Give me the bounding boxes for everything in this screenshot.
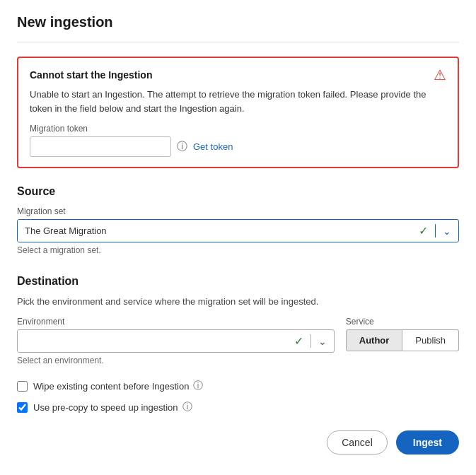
wipe-checkbox-row: Wipe existing content before Ingestion ⓘ [17, 380, 459, 392]
precopy-info-icon: ⓘ [182, 401, 192, 414]
ingest-button[interactable]: Ingest [396, 430, 459, 455]
token-label: Migration token [30, 124, 446, 134]
cancel-button[interactable]: Cancel [327, 430, 388, 455]
precopy-checkbox-row: Use pre-copy to speed up ingestion ⓘ [17, 401, 459, 414]
service-publish-button[interactable]: Publish [402, 329, 459, 351]
environment-hint: Select an environment. [17, 356, 335, 365]
environment-chevron-icon[interactable]: ⌄ [311, 336, 334, 347]
environment-col: Environment ✓ ⌄ Select an environment. [17, 317, 335, 365]
service-col: Service Author Publish [346, 317, 459, 351]
service-button-group: Author Publish [346, 329, 459, 351]
precopy-checkbox[interactable] [17, 402, 28, 413]
migration-set-label: Migration set [17, 206, 459, 216]
source-section: Source Migration set ✓ ⌄ Select a migrat… [17, 185, 459, 255]
wipe-info-icon: ⓘ [193, 380, 203, 392]
service-label: Service [346, 317, 459, 327]
wipe-label[interactable]: Wipe existing content before Ingestion ⓘ [33, 380, 203, 392]
get-token-link[interactable]: Get token [193, 141, 233, 152]
service-author-button[interactable]: Author [346, 329, 403, 351]
migration-set-check-icon: ✓ [412, 224, 436, 238]
error-header: Cannot start the Ingestion ⚠ [30, 68, 446, 82]
environment-check-icon: ✓ [287, 334, 311, 348]
environment-input[interactable] [18, 330, 287, 352]
token-row: ⓘ Get token [30, 136, 446, 157]
migration-token-input[interactable] [30, 136, 171, 157]
destination-section: Destination Pick the environment and ser… [17, 275, 459, 365]
env-service-row: Environment ✓ ⌄ Select an environment. S… [17, 317, 459, 365]
destination-desc: Pick the environment and service where t… [17, 296, 459, 307]
environment-label: Environment [17, 317, 335, 327]
error-message: Unable to start an Ingestion. The attemp… [30, 88, 446, 115]
options-section: Wipe existing content before Ingestion ⓘ… [17, 380, 459, 414]
wipe-checkbox[interactable] [17, 381, 28, 392]
migration-set-input[interactable] [18, 220, 412, 242]
source-title: Source [17, 185, 459, 198]
migration-set-select[interactable]: ✓ ⌄ [17, 219, 459, 242]
token-info-icon: ⓘ [177, 140, 187, 153]
error-title: Cannot start the Ingestion [30, 69, 152, 81]
precopy-label[interactable]: Use pre-copy to speed up ingestion ⓘ [33, 401, 192, 414]
migration-set-hint: Select a migration set. [17, 245, 459, 255]
page-title: New ingestion [17, 14, 459, 30]
footer-buttons: Cancel Ingest [17, 430, 459, 455]
title-divider [17, 42, 459, 42]
error-box: Cannot start the Ingestion ⚠ Unable to s… [17, 57, 459, 168]
environment-select[interactable]: ✓ ⌄ [17, 329, 335, 353]
warning-icon: ⚠ [434, 68, 446, 82]
destination-title: Destination [17, 275, 459, 288]
migration-set-chevron-icon[interactable]: ⌄ [436, 225, 458, 237]
